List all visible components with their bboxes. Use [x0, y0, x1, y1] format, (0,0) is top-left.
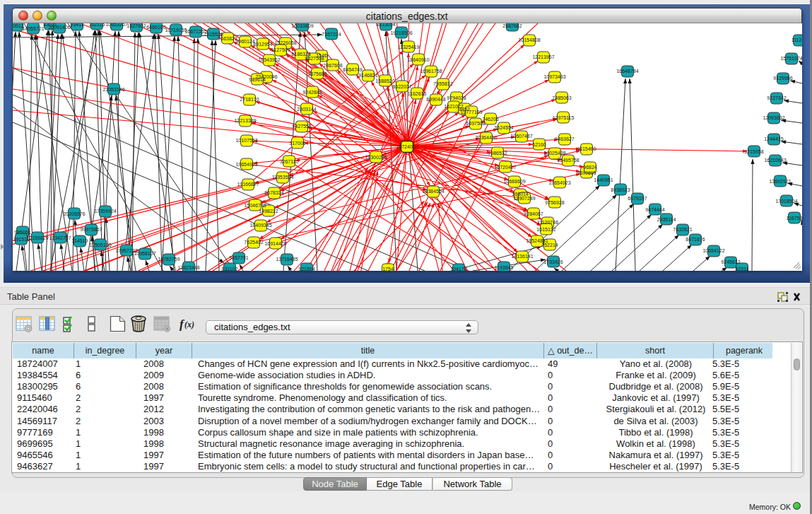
svg-text:16210643: 16210643 [764, 158, 786, 163]
svg-text:3215958: 3215958 [744, 149, 763, 154]
svg-text:16961758: 16961758 [420, 69, 442, 74]
svg-text:12213389: 12213389 [234, 118, 256, 123]
svg-text:8622037: 8622037 [392, 84, 411, 89]
svg-text:10025438: 10025438 [543, 151, 565, 156]
svg-text:19166827: 19166827 [237, 182, 259, 187]
svg-text:10543962: 10543962 [258, 57, 280, 62]
svg-text:12156829: 12156829 [26, 235, 48, 240]
svg-text:104172: 104172 [450, 267, 466, 271]
svg-text:10654122: 10654122 [702, 248, 724, 253]
svg-text:3875685: 3875685 [307, 71, 326, 76]
svg-text:1733426: 1733426 [543, 259, 563, 264]
svg-text:19777169: 19777169 [460, 110, 482, 115]
svg-text:9227342: 9227342 [767, 95, 786, 100]
svg-text:15720407: 15720407 [494, 165, 516, 170]
svg-text:102115: 102115 [89, 23, 105, 27]
svg-text:15226058: 15226058 [274, 40, 296, 45]
svg-text:8938923: 8938923 [611, 187, 630, 192]
svg-text:9115460: 9115460 [577, 146, 596, 151]
svg-text:9699695: 9699695 [577, 170, 596, 175]
svg-text:111245: 111245 [792, 37, 802, 42]
svg-text:14055721: 14055721 [22, 26, 44, 31]
svg-text:10607487: 10607487 [510, 134, 532, 139]
svg-text:12975115: 12975115 [553, 115, 575, 120]
svg-text:7663822: 7663822 [218, 36, 237, 41]
svg-text:8912954: 8912954 [253, 42, 272, 47]
svg-text:2867608: 2867608 [323, 63, 342, 68]
svg-text:9127509: 9127509 [271, 47, 290, 52]
svg-text:18300295: 18300295 [365, 155, 387, 160]
svg-text:15751074: 15751074 [780, 56, 802, 61]
svg-text:1615132: 1615132 [536, 227, 555, 232]
svg-text:10973493: 10973493 [543, 74, 565, 79]
svg-text:12093832: 12093832 [763, 115, 784, 120]
svg-text:9457791: 9457791 [229, 255, 248, 260]
svg-text:9242848: 9242848 [302, 90, 322, 95]
svg-text:9245612: 9245612 [721, 259, 740, 264]
svg-text:10719155: 10719155 [165, 28, 187, 33]
svg-text:317006: 317006 [289, 141, 305, 146]
svg-text:8813054: 8813054 [376, 23, 395, 27]
svg-text:7625402: 7625402 [244, 240, 263, 245]
svg-text:12823448: 12823448 [177, 265, 199, 270]
svg-text:20364436: 20364436 [475, 135, 497, 140]
svg-text:9427552: 9427552 [292, 124, 311, 129]
svg-text:831102: 831102 [222, 267, 238, 271]
svg-text:116753: 116753 [787, 216, 802, 221]
svg-text:18724007: 18724007 [396, 144, 418, 149]
svg-text:99975867: 99975867 [80, 227, 102, 232]
svg-text:93411: 93411 [71, 23, 84, 27]
svg-text:7515526: 7515526 [204, 32, 223, 37]
svg-text:9756928: 9756928 [545, 200, 564, 205]
svg-text:1754: 1754 [382, 267, 394, 271]
svg-text:7357224: 7357224 [322, 32, 341, 37]
svg-text:7986532: 7986532 [488, 151, 507, 156]
svg-text:18409345: 18409345 [249, 223, 271, 228]
svg-text:9960124: 9960124 [235, 39, 254, 44]
svg-text:9284067: 9284067 [524, 211, 543, 216]
svg-text:13692971: 13692971 [769, 179, 791, 184]
svg-text:6679197: 6679197 [628, 196, 647, 201]
svg-text:1162615: 1162615 [408, 91, 427, 96]
svg-text:11353594: 11353594 [272, 175, 294, 180]
svg-text:9327508: 9327508 [305, 56, 324, 61]
svg-text:8454749: 8454749 [343, 67, 362, 72]
svg-text:989614: 989614 [249, 77, 265, 82]
svg-text:2935114: 2935114 [657, 217, 676, 222]
svg-text:9463627: 9463627 [555, 136, 574, 141]
svg-text:11325419: 11325419 [398, 45, 420, 49]
svg-text:19654925: 19654925 [235, 162, 257, 167]
svg-text:82311: 82311 [736, 267, 749, 271]
svg-text:96824: 96824 [583, 165, 597, 170]
svg-text:9129966: 9129966 [773, 76, 792, 81]
svg-text:19218506: 19218506 [390, 30, 412, 35]
svg-text:3267110: 3267110 [280, 159, 299, 164]
svg-text:17359924: 17359924 [94, 209, 116, 214]
svg-text:19384554: 19384554 [422, 189, 444, 194]
svg-text:9474444: 9474444 [645, 207, 664, 212]
svg-text:7955812: 7955812 [433, 81, 452, 86]
svg-text:6497508: 6497508 [466, 121, 485, 126]
svg-text:8471676: 8471676 [686, 237, 705, 242]
svg-text:12342757: 12342757 [49, 235, 71, 240]
svg-text:10107553: 10107553 [235, 138, 257, 143]
svg-text:3624554: 3624554 [494, 125, 513, 130]
svg-text:9794028: 9794028 [447, 95, 466, 100]
svg-text:20206576: 20206576 [63, 211, 85, 216]
svg-text:10958107: 10958107 [134, 251, 155, 256]
svg-text:6466160: 6466160 [146, 25, 165, 30]
svg-text:14136141: 14136141 [511, 254, 533, 259]
svg-text:114519: 114519 [72, 238, 88, 243]
svg-text:15046748: 15046748 [244, 203, 266, 208]
svg-text:252214: 252214 [541, 243, 558, 247]
svg-text:7632621: 7632621 [673, 227, 692, 232]
svg-text:2887682: 2887682 [502, 23, 522, 28]
svg-text:1498222: 1498222 [259, 209, 278, 214]
svg-text:7485063: 7485063 [552, 95, 571, 100]
svg-text:2803144: 2803144 [297, 107, 316, 112]
svg-text:17018504: 17018504 [775, 199, 797, 204]
svg-text:1244415: 1244415 [764, 136, 783, 141]
svg-text:12505135: 12505135 [89, 243, 111, 247]
svg-text:16648784: 16648784 [616, 69, 638, 74]
svg-text:1527602: 1527602 [126, 23, 146, 28]
